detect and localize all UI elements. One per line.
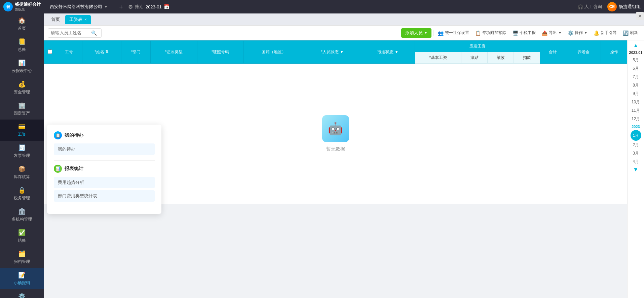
export-action[interactable]: 📤 导出 ▼	[540, 29, 564, 37]
month-item-1-active[interactable]: 1月	[631, 130, 641, 141]
tab-close-icon[interactable]: ×	[84, 17, 87, 22]
month-nav-up[interactable]: ▲	[633, 42, 639, 49]
report-section-icon: 📊	[54, 165, 62, 173]
search-wrap: 🔍	[48, 28, 102, 38]
sidebar-item-inventory[interactable]: 📦 库存核算	[0, 162, 44, 183]
avatar: CE	[607, 2, 617, 11]
personal-tax-action[interactable]: 🖥️ 个税申报	[510, 29, 538, 37]
search-icon[interactable]: 🔍	[91, 30, 97, 36]
popup-section-report-title: 📊 报表统计	[54, 165, 155, 173]
month-item-12[interactable]: 12月	[629, 115, 643, 123]
tab-home[interactable]: 首页	[47, 15, 64, 24]
month-item-3[interactable]: 3月	[629, 149, 643, 158]
user-name: 畅捷通组组	[619, 4, 641, 10]
operation-icon: ⚙️	[568, 30, 573, 36]
sidebar-item-ledger[interactable]: 📒 总账	[0, 35, 44, 56]
new-guide-label: 新手引导	[601, 30, 617, 36]
popup-item-trend[interactable]: 费用趋势分析	[54, 177, 155, 188]
sidebar-item-multi-org[interactable]: 🏛️ 多机构管理	[0, 204, 44, 226]
sidebar-item-fixed-assets[interactable]: 🏢 固定资产	[0, 98, 44, 120]
sidebar-label-invoice: 发票管理	[14, 153, 30, 159]
export-chevron-icon: ▼	[558, 31, 562, 35]
add-people-button[interactable]: 添加人员 ▼	[401, 28, 431, 38]
calendar-icon[interactable]: 📅	[164, 4, 169, 9]
social-insurance-action[interactable]: 👥 统一社保设置	[436, 29, 471, 37]
new-guide-action[interactable]: 🔔 新手引导	[592, 29, 619, 37]
trend-item-label: 费用趋势分析	[58, 180, 84, 185]
multi-org-icon: 🏛️	[18, 208, 26, 215]
invoice-icon: 🧾	[18, 144, 26, 152]
popup-item-dept[interactable]: 部门费用类型统计表	[54, 190, 155, 202]
sidebar-item-fund[interactable]: 💰 资金管理	[0, 77, 44, 98]
export-icon: 📤	[542, 30, 547, 36]
month-item-6[interactable]: 6月	[629, 64, 643, 73]
archive-icon: 🗂️	[18, 250, 26, 258]
search-input[interactable]	[51, 30, 91, 35]
ledger-icon: 📒	[18, 38, 26, 45]
sidebar-item-archive[interactable]: 🗂️ 归档管理	[0, 247, 44, 268]
personal-tax-icon: 🖥️	[513, 30, 518, 36]
th-id-type: *证照类型	[151, 41, 197, 64]
cloud-report-icon: 📊	[18, 59, 26, 67]
th-total: 合计	[540, 41, 566, 64]
social-insurance-icon: 👥	[438, 30, 444, 36]
sidebar: 🏠 首页 📒 总账 📊 云报表中心 💰 资金管理 🏢 固定资产 💳 工资 🧾 发…	[0, 13, 44, 298]
salary-icon: 💳	[18, 123, 26, 130]
header-divider	[113, 3, 113, 10]
sidebar-item-cloud-report[interactable]: 📊 云报表中心	[0, 56, 44, 77]
fund-icon: 💰	[18, 80, 26, 88]
popup-section-todo-title: 📋 我的待办	[54, 131, 155, 139]
month-item-11[interactable]: 11月	[629, 106, 643, 115]
th-deduction: 扣款	[514, 52, 540, 64]
popup-item-todo[interactable]: 我的待办	[54, 143, 155, 155]
month-item-8[interactable]: 8月	[629, 81, 643, 90]
sidebar-label-ledger: 总账	[18, 47, 26, 53]
sidebar-label-tax: 税务管理	[14, 195, 30, 201]
month-item-10[interactable]: 10月	[629, 98, 643, 106]
tax-deduction-action[interactable]: 📋 专项附加扣除	[473, 29, 508, 37]
th-employee-number: 工号	[56, 41, 82, 64]
month-item-5[interactable]: 5月	[629, 56, 643, 64]
sidebar-item-salary[interactable]: 💳 工资	[0, 120, 44, 141]
th-checkbox[interactable]	[44, 41, 56, 64]
refresh-label: 刷新	[630, 30, 638, 36]
period-value: 2023-01	[146, 4, 162, 9]
month-item-4[interactable]: 4月	[629, 158, 643, 166]
service-label: 人工咨询	[584, 4, 602, 10]
refresh-action[interactable]: 🔄 刷新	[621, 29, 640, 37]
service-button[interactable]: 🎧 人工咨询	[578, 4, 602, 10]
month-item-2[interactable]: 2月	[629, 141, 643, 149]
tab-bar: 首页 工资表 × ✕	[44, 13, 644, 26]
user-area[interactable]: CE 畅捷通组组	[607, 2, 641, 11]
th-nationality: 国籍（地区）	[243, 41, 304, 64]
operation-action[interactable]: ⚙️ 操作 ▼	[566, 29, 590, 37]
sidebar-item-invoice[interactable]: 🧾 发票管理	[0, 141, 44, 162]
select-all-checkbox[interactable]	[48, 49, 52, 54]
sidebar-item-reconcile[interactable]: ✅ 结账	[0, 226, 44, 247]
company-selector[interactable]: 西安虾米网络科技有限公司 ▼	[47, 2, 110, 11]
tab-salary-table[interactable]: 工资表 ×	[65, 15, 91, 24]
month-item-9[interactable]: 9月	[629, 90, 643, 98]
sidebar-item-home[interactable]: 🏠 首页	[0, 13, 44, 35]
export-label: 导出	[549, 30, 557, 36]
header-settings-icon[interactable]: ⚙	[126, 4, 135, 10]
month-nav-down[interactable]: ▼	[633, 166, 639, 173]
sidebar-item-basic[interactable]: ⚙️ 基础设置	[0, 289, 44, 298]
logo-icon: 畅	[3, 2, 13, 11]
add-people-chevron-icon: ▼	[424, 31, 427, 35]
sidebar-item-tax[interactable]: 🔒 税务管理	[0, 183, 44, 204]
month-item-7[interactable]: 7月	[629, 73, 643, 81]
sidebar-item-xiaochang[interactable]: 📝 小畅报销	[0, 268, 44, 289]
toolbar: 🔍 添加人员 ▼ 👥 统一社保设置 📋 专项附加扣除 🖥️	[44, 26, 644, 40]
sidebar-label-fixed-assets: 固定资产	[14, 110, 30, 116]
th-name: *姓名 ⇅	[82, 41, 121, 64]
toolbar-right: 添加人员 ▼ 👥 统一社保设置 📋 专项附加扣除 🖥️ 个税申报	[401, 28, 640, 38]
empty-text: 暂无数据	[326, 146, 345, 152]
headset-icon: 🎧	[578, 4, 583, 9]
top-header: 畅 畅捷通好会计 旗舰版 西安虾米网络科技有限公司 ▼ ＋ ⚙ 账期 2023-…	[0, 0, 644, 13]
sidebar-label-cloud-report: 云报表中心	[12, 68, 32, 74]
header-add-button[interactable]: ＋	[116, 3, 126, 11]
sidebar-label-reconcile: 结账	[18, 238, 26, 243]
close-panel-button[interactable]: ✕	[636, 13, 644, 20]
th-salary-group: 应发工资	[415, 41, 540, 52]
